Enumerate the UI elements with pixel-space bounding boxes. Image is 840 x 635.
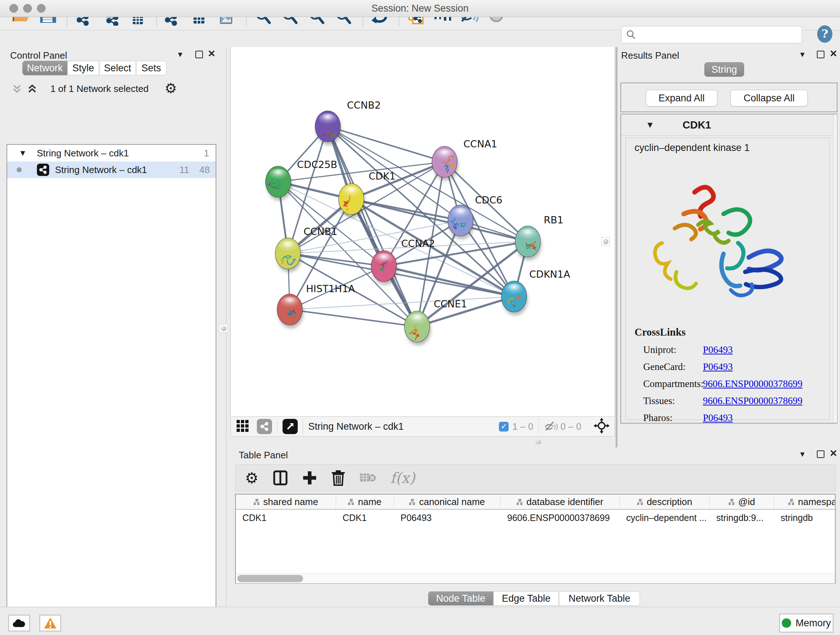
network-edge[interactable] [384,266,514,296]
tab-sets[interactable]: Sets [136,61,166,75]
control-panel-close-icon[interactable]: ✕ [208,48,216,59]
left-splitter-handle[interactable] [219,324,228,333]
collapse-all-button[interactable]: Collapse All [730,90,808,106]
network-edge[interactable] [290,310,417,326]
network-node-cdkn1a[interactable]: CDKN1A [501,269,570,315]
scrollbar-thumb[interactable] [237,575,303,582]
shared-column-icon [516,499,523,505]
cloud-status-button[interactable] [8,615,30,631]
results-panel-menu-icon[interactable]: ▾ [800,49,805,59]
node-label-ccnb1: CCNB1 [303,226,338,237]
node-label-rb1: RB1 [544,214,563,226]
table-cell[interactable]: stringdb [774,510,836,526]
network-view-canvas[interactable]: CCNB2CCNA1CDC25BCDK1CDC6RB1CCNB1CCNA2CDK… [231,47,615,416]
node-label-cdkn1a: CDKN1A [529,269,570,280]
control-panel-menu-icon[interactable]: ▾ [178,49,182,59]
tab-string[interactable]: String [704,62,744,77]
collection-count: 1 [204,148,209,159]
results-panel-close-icon[interactable]: ✕ [829,48,837,59]
column-header-description[interactable]: description [620,494,710,509]
network-node-count: 11 [180,165,189,176]
crosslink-value-link[interactable]: P06493 [703,361,733,372]
tab-edge-table[interactable]: Edge Table [493,591,559,606]
column-header-namespace[interactable]: namespace [774,494,836,509]
network-edge[interactable] [328,126,528,241]
node-label-hist1h1a: HIST1H1A [306,283,355,295]
tab-network-table[interactable]: Network Table [559,591,640,606]
delete-table-icon[interactable] [359,471,377,485]
table-panel-float-icon[interactable] [817,450,824,458]
control-panel-float-icon[interactable] [195,51,203,58]
network-edge[interactable] [288,253,384,266]
shared-column-icon [348,499,354,505]
results-panel-float-icon[interactable] [817,51,824,58]
crosslink-row: Uniprot:P06493 [643,341,824,358]
crosslink-value-link[interactable]: 9606.ENSP00000378699 [703,378,802,390]
add-column-icon[interactable] [302,470,317,486]
column-header-database-identifier[interactable]: database identifier [501,494,620,509]
selected-nodes-checkbox[interactable]: ✓ [499,422,508,432]
memory-button[interactable]: Memory [779,614,834,632]
table-panel-close-icon[interactable]: ✕ [829,448,837,459]
node-table[interactable]: shared namenamecanonical namedatabase id… [235,494,836,584]
shared-column-icon [729,499,735,505]
crosslink-value-link[interactable]: P06493 [703,344,733,356]
table-cell[interactable]: stringdb:9... [710,510,774,526]
column-header--id[interactable]: @id [710,494,774,509]
statusbar-separator [277,418,278,434]
search-input[interactable] [636,29,793,40]
tab-style[interactable]: Style [67,61,99,75]
column-header-canonical-name[interactable]: canonical name [394,494,501,509]
birdseye-view-icon[interactable] [236,418,250,434]
table-settings-gear-icon[interactable]: ⚙ [245,469,259,487]
hidden-eye-icon[interactable] [544,420,558,433]
crosslink-value-link[interactable]: 9606.ENSP00000378699 [703,395,802,407]
table-cell[interactable]: P06493 [394,510,501,526]
table-cell[interactable]: CDK1 [236,510,336,526]
string-style-icon[interactable] [257,419,272,434]
gene-collapse-triangle-icon[interactable]: ▼ [646,120,654,130]
results-scrollbar[interactable] [833,114,837,423]
collection-expand-triangle-icon[interactable]: ▼ [19,149,27,158]
network-edge[interactable] [328,126,445,162]
open-in-new-window-icon[interactable] [283,419,298,434]
gene-section-header[interactable]: ▼ CDK1 [621,114,837,136]
table-cell[interactable]: CDK1 [336,510,394,526]
node-label-cdc6: CDC6 [475,195,502,206]
node-label-ccne1: CCNE1 [434,298,467,310]
expand-all-button[interactable]: Expand All [646,90,717,106]
warnings-button[interactable] [39,615,61,631]
tab-network[interactable]: Network [22,61,67,75]
table-cell[interactable]: cyclin–dependent ... [620,510,710,526]
node-label-cdc25b: CDC25B [297,159,337,170]
network-graph[interactable]: CCNB2CCNA1CDC25BCDK1CDC6RB1CCNB1CCNA2CDK… [231,47,615,416]
pan-crosshair-icon[interactable] [594,418,609,435]
crosslink-value-link[interactable]: P06493 [703,412,733,424]
tab-select[interactable]: Select [99,61,136,75]
network-node-rb1[interactable]: RB1 [515,214,563,260]
function-builder-icon[interactable]: f(x) [390,470,415,486]
search-field[interactable] [621,26,802,43]
column-header-shared-name[interactable]: shared name [236,494,336,509]
column-header-name[interactable]: name [336,494,394,509]
results-panel-title: Results Panel [621,50,679,61]
show-columns-icon[interactable] [272,470,288,486]
right-splitter-handle[interactable] [601,237,610,246]
network-node-ccna1[interactable]: CCNA1 [432,138,497,181]
control-panel: Control Panel ▾ ✕ Network Style Select S… [0,47,226,606]
network-collection-row[interactable]: ▼ String Network – cdk1 1 [7,145,216,162]
protein-structure-image [640,171,810,330]
table-panel-menu-icon[interactable]: ▾ [800,449,805,459]
table-cell[interactable]: 9606.ENSP00000378699 [501,510,620,526]
tab-node-table[interactable]: Node Table [428,591,493,606]
table-row[interactable]: CDK1CDK1P064939606.ENSP00000378699cyclin… [236,510,835,526]
network-options-gear-icon[interactable]: ⚙ [164,80,177,96]
bottom-splitter-handle[interactable] [535,440,541,444]
table-horizontal-scrollbar[interactable] [236,573,835,583]
delete-column-trash-icon[interactable] [331,470,346,486]
network-row[interactable]: String Network – cdk1 11 48 [7,162,216,178]
help-icon[interactable]: ? [815,25,834,45]
hidden-counts: 0 – 0 [561,421,581,432]
network-edge[interactable] [328,126,417,326]
selected-counts: 1 – 0 [512,421,533,432]
